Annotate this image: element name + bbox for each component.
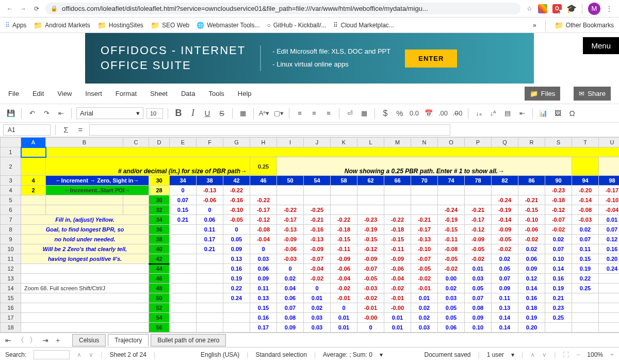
cell[interactable]: 42: [223, 176, 250, 186]
cell[interactable]: [599, 284, 620, 293]
cell[interactable]: 0.03: [304, 323, 331, 333]
cell[interactable]: [331, 205, 357, 215]
cell[interactable]: [384, 195, 411, 205]
cell[interactable]: -0.18: [545, 195, 572, 205]
row-header[interactable]: 14: [1, 284, 21, 293]
back-icon[interactable]: ←: [5, 4, 14, 13]
col-header[interactable]: G: [223, 138, 250, 147]
cell[interactable]: -0.05: [223, 215, 250, 225]
cell[interactable]: 0.13: [223, 254, 250, 264]
cell[interactable]: 34: [170, 176, 197, 186]
cell[interactable]: -0.21: [465, 205, 492, 215]
cell[interactable]: [21, 195, 46, 205]
cell[interactable]: -0.12: [357, 244, 384, 254]
cell[interactable]: -0.02: [492, 244, 518, 254]
sheet-tab-celsius[interactable]: Celsius: [72, 334, 106, 346]
cell[interactable]: -0.14: [492, 215, 518, 225]
cell[interactable]: -0.09: [357, 254, 384, 264]
cell[interactable]: ←Increment..Start POI→: [46, 186, 149, 195]
cell[interactable]: [518, 186, 545, 195]
cell[interactable]: 40: [149, 244, 170, 254]
cell[interactable]: 0: [277, 264, 304, 274]
omega-icon[interactable]: Ω: [566, 108, 578, 119]
cell[interactable]: 66: [384, 176, 411, 186]
cell[interactable]: -0.04: [250, 235, 277, 244]
cell[interactable]: 36: [149, 225, 170, 235]
cell[interactable]: [46, 205, 123, 215]
cell[interactable]: 0.16: [250, 313, 277, 323]
cell[interactable]: 0: [357, 323, 384, 333]
cell[interactable]: [599, 323, 620, 333]
cell[interactable]: -0.21: [518, 195, 545, 205]
cell[interactable]: -0.07: [304, 254, 331, 264]
cell[interactable]: -0.12: [465, 225, 492, 235]
cell[interactable]: [197, 274, 223, 284]
row-header[interactable]: 1: [1, 147, 21, 157]
files-button[interactable]: 📁Files: [525, 87, 560, 101]
cell[interactable]: -0.07: [411, 254, 438, 264]
row-header[interactable]: 15: [1, 293, 21, 303]
menu-data[interactable]: Data: [181, 90, 195, 97]
cell[interactable]: 98: [599, 176, 620, 186]
cell[interactable]: 0.01: [304, 293, 331, 303]
cell[interactable]: 94: [572, 176, 599, 186]
cell[interactable]: [197, 323, 223, 333]
cell[interactable]: [572, 303, 599, 313]
cell[interactable]: 0.07: [492, 274, 518, 284]
sort-asc-icon[interactable]: ↓ₐ: [473, 108, 484, 119]
cell[interactable]: 74: [438, 176, 465, 186]
cell[interactable]: -0.09: [277, 235, 304, 244]
undo-icon[interactable]: ↶: [26, 108, 38, 119]
cell[interactable]: 34: [149, 215, 170, 225]
cell[interactable]: -0.04: [331, 274, 357, 284]
cell[interactable]: -0.17: [411, 225, 438, 235]
cell[interactable]: 0.11: [250, 284, 277, 293]
cell[interactable]: [21, 157, 46, 176]
percent-icon[interactable]: %: [394, 108, 405, 119]
other-bookmarks[interactable]: 📁Other Bookmarks: [555, 21, 614, 29]
cell[interactable]: [572, 293, 599, 303]
cell[interactable]: # and/or decimal (in.) for size of PBR p…: [46, 157, 250, 176]
cell[interactable]: 0.06: [518, 254, 545, 264]
cell[interactable]: 54: [149, 313, 170, 323]
col-header[interactable]: B: [46, 138, 123, 147]
cell[interactable]: [572, 323, 599, 333]
wrap-icon[interactable]: ⏎: [344, 108, 355, 119]
cell[interactable]: 2: [21, 186, 46, 195]
cell[interactable]: 0.05: [492, 264, 518, 274]
cell[interactable]: -0.02: [357, 293, 384, 303]
cell[interactable]: 0.20: [518, 323, 545, 333]
cell[interactable]: 0.02: [304, 303, 331, 313]
cell[interactable]: 0.11: [197, 225, 223, 235]
equals-icon[interactable]: =: [75, 124, 86, 136]
cell[interactable]: [197, 303, 223, 313]
cell[interactable]: 0.01: [331, 313, 357, 323]
cell[interactable]: 0.24: [223, 293, 250, 303]
cell[interactable]: -0.14: [572, 195, 599, 205]
cell[interactable]: -0.22: [223, 186, 250, 195]
cell[interactable]: 0.05: [438, 303, 465, 313]
formula-input[interactable]: [89, 124, 450, 136]
italic-button[interactable]: I: [187, 108, 199, 119]
col-header[interactable]: T: [572, 138, 599, 147]
cell[interactable]: [599, 293, 620, 303]
image-icon[interactable]: 🖼: [552, 108, 563, 119]
cell[interactable]: 0.02: [492, 254, 518, 264]
bookmark-github[interactable]: ○GitHub - Kickball/...: [267, 22, 327, 29]
cell[interactable]: [357, 205, 384, 215]
cell[interactable]: 0.07: [277, 303, 304, 313]
cell[interactable]: -0.18: [384, 225, 411, 235]
cell[interactable]: 28: [149, 186, 170, 195]
cell[interactable]: 0.15: [572, 254, 599, 264]
col-header[interactable]: O: [438, 138, 465, 147]
cell[interactable]: [21, 293, 149, 303]
col-header[interactable]: I: [277, 138, 304, 147]
row-header[interactable]: 3: [1, 176, 21, 186]
cell[interactable]: [170, 244, 197, 254]
cell[interactable]: [170, 264, 197, 274]
tab-last-icon[interactable]: ⇥: [40, 336, 51, 344]
cell[interactable]: -0.01: [411, 284, 438, 293]
row-header[interactable]: 12: [1, 264, 21, 274]
cell[interactable]: [465, 195, 492, 205]
cell[interactable]: -0.10: [223, 205, 250, 215]
